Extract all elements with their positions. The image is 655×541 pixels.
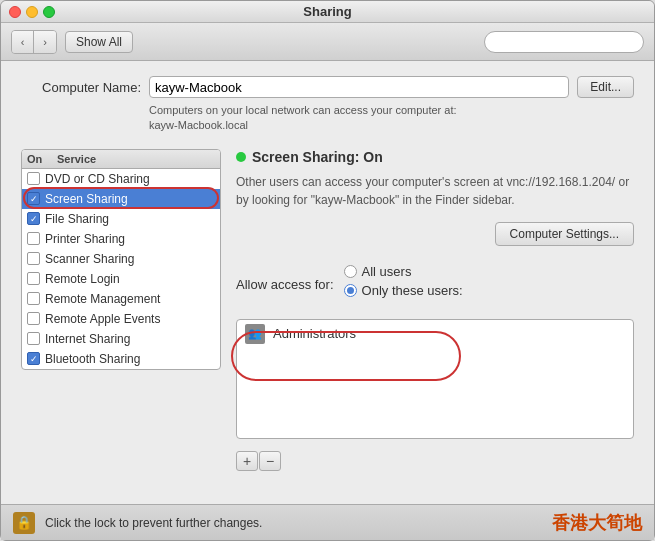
checkbox-bluetooth-sharing[interactable]	[27, 352, 40, 365]
radio-all-users[interactable]	[344, 265, 357, 278]
user-name-administrators: Administrators	[273, 326, 356, 341]
checkbox-scanner-sharing[interactable]	[27, 252, 40, 265]
radio-all-users-label: All users	[362, 264, 412, 279]
network-info: Computers on your local network can acce…	[149, 103, 634, 134]
service-name-screen-sharing: Screen Sharing	[45, 192, 128, 206]
edit-button[interactable]: Edit...	[577, 76, 634, 98]
service-name-bluetooth-sharing: Bluetooth Sharing	[45, 352, 140, 366]
service-name-dvd: DVD or CD Sharing	[45, 172, 150, 186]
service-item-remote-login[interactable]: Remote Login	[22, 269, 220, 289]
service-list-header: On Service	[22, 150, 220, 169]
access-options: All users Only these users:	[344, 264, 463, 298]
back-button[interactable]: ‹	[12, 31, 34, 53]
computer-name-label: Computer Name:	[21, 80, 141, 95]
remove-user-button[interactable]: −	[259, 451, 281, 471]
traffic-lights	[9, 6, 55, 18]
checkbox-remote-management[interactable]	[27, 292, 40, 305]
show-all-button[interactable]: Show All	[65, 31, 133, 53]
nav-buttons: ‹ ›	[11, 30, 57, 54]
checkbox-remote-login[interactable]	[27, 272, 40, 285]
status-title: Screen Sharing: On	[252, 149, 383, 165]
users-box: 👥 Administrators	[236, 319, 634, 439]
service-panel-wrapper: On Service DVD or CD Sharing Screen Shar…	[21, 149, 221, 489]
service-item-remote-apple-events[interactable]: Remote Apple Events	[22, 309, 220, 329]
service-name-remote-management: Remote Management	[45, 292, 160, 306]
right-panel-wrapper: Screen Sharing: On Other users can acces…	[236, 149, 634, 489]
titlebar: Sharing	[1, 1, 654, 23]
service-name-printer-sharing: Printer Sharing	[45, 232, 125, 246]
main-content: Computer Name: Edit... Computers on your…	[1, 61, 654, 504]
network-info-line1: Computers on your local network can acce…	[149, 104, 457, 116]
toolbar: ‹ › Show All	[1, 23, 654, 61]
service-panel: On Service DVD or CD Sharing Screen Shar…	[21, 149, 221, 370]
computer-name-input[interactable]	[149, 76, 569, 98]
two-col-layout: On Service DVD or CD Sharing Screen Shar…	[21, 149, 634, 489]
service-list: DVD or CD Sharing Screen Sharing File Sh…	[22, 169, 220, 369]
user-icon-administrators: 👥	[245, 324, 265, 344]
service-name-internet-sharing: Internet Sharing	[45, 332, 130, 346]
network-info-line2: kayw-Macbook.local	[149, 119, 248, 131]
service-item-screen-sharing[interactable]: Screen Sharing	[22, 189, 220, 209]
right-panel: Screen Sharing: On Other users can acces…	[236, 149, 634, 471]
radio-all-users-row[interactable]: All users	[344, 264, 463, 279]
service-item-printer-sharing[interactable]: Printer Sharing	[22, 229, 220, 249]
checkbox-internet-sharing[interactable]	[27, 332, 40, 345]
search-box	[484, 31, 644, 53]
lock-icon[interactable]: 🔒	[13, 512, 35, 534]
search-input[interactable]	[493, 35, 635, 49]
col-on-header: On	[27, 153, 57, 165]
checkbox-printer-sharing[interactable]	[27, 232, 40, 245]
plus-minus-row: + −	[236, 451, 634, 471]
status-dot	[236, 152, 246, 162]
checkbox-remote-apple-events[interactable]	[27, 312, 40, 325]
status-desc-line1: Other users can access your computer's s…	[236, 175, 629, 189]
col-service-header: Service	[57, 153, 96, 165]
branding-text: 香港大筍地	[552, 511, 642, 535]
lock-text: Click the lock to prevent further change…	[45, 516, 262, 530]
status-row: Screen Sharing: On	[236, 149, 634, 165]
access-row: Allow access for: All users Only these u…	[236, 264, 634, 306]
service-name-scanner-sharing: Scanner Sharing	[45, 252, 134, 266]
user-item-administrators[interactable]: 👥 Administrators	[237, 320, 633, 348]
service-item-file-sharing[interactable]: File Sharing	[22, 209, 220, 229]
minimize-button[interactable]	[26, 6, 38, 18]
main-window: Sharing ‹ › Show All Computer Name: Edit…	[0, 0, 655, 541]
service-item-scanner-sharing[interactable]: Scanner Sharing	[22, 249, 220, 269]
allow-access-label: Allow access for:	[236, 277, 334, 292]
radio-only-users[interactable]	[344, 284, 357, 297]
computer-name-row: Computer Name: Edit...	[21, 76, 634, 98]
status-desc-line2: by looking for "kayw-Macbook" in the Fin…	[236, 193, 515, 207]
service-item-remote-management[interactable]: Remote Management	[22, 289, 220, 309]
forward-button[interactable]: ›	[34, 31, 56, 53]
bottom-bar: 🔒 Click the lock to prevent further chan…	[1, 504, 654, 540]
radio-only-users-label: Only these users:	[362, 283, 463, 298]
checkbox-file-sharing[interactable]	[27, 212, 40, 225]
service-item-bluetooth-sharing[interactable]: Bluetooth Sharing	[22, 349, 220, 369]
radio-only-users-row[interactable]: Only these users:	[344, 283, 463, 298]
checkbox-dvd[interactable]	[27, 172, 40, 185]
service-name-remote-apple-events: Remote Apple Events	[45, 312, 160, 326]
checkbox-screen-sharing[interactable]	[27, 192, 40, 205]
maximize-button[interactable]	[43, 6, 55, 18]
service-name-remote-login: Remote Login	[45, 272, 120, 286]
window-title: Sharing	[303, 4, 351, 19]
close-button[interactable]	[9, 6, 21, 18]
status-description: Other users can access your computer's s…	[236, 173, 634, 209]
computer-settings-button[interactable]: Computer Settings...	[495, 222, 634, 246]
service-item-dvd[interactable]: DVD or CD Sharing	[22, 169, 220, 189]
service-name-file-sharing: File Sharing	[45, 212, 109, 226]
add-user-button[interactable]: +	[236, 451, 258, 471]
service-item-internet-sharing[interactable]: Internet Sharing	[22, 329, 220, 349]
